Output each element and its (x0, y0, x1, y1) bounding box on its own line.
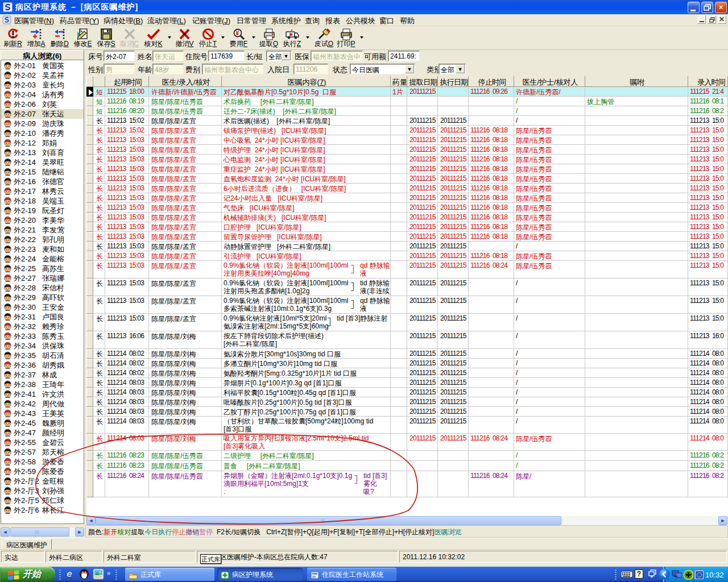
svg-text:¥: ¥ (235, 30, 239, 36)
